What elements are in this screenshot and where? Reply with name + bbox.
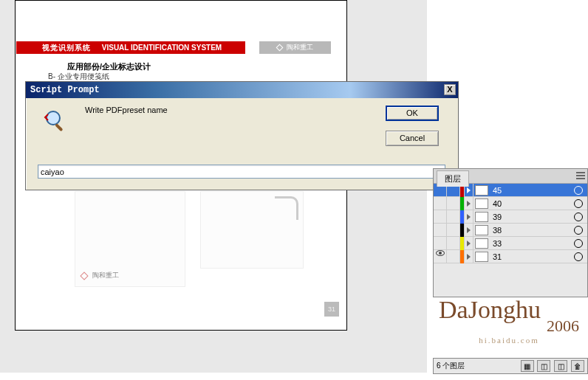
target-ring-icon[interactable] <box>574 252 583 261</box>
delete-layer-button[interactable]: 🗑 <box>571 360 584 372</box>
visibility-toggle[interactable] <box>434 210 447 224</box>
layers-count-label: 6 个图层 <box>437 361 465 371</box>
layer-name: 33 <box>490 239 574 248</box>
svg-point-0 <box>47 111 60 125</box>
section-title: 应用部份/企业标志设计 <box>67 61 151 72</box>
dialog-title: Script Prompt <box>30 85 100 95</box>
target-ring-icon[interactable] <box>574 186 583 195</box>
target-ring-icon[interactable] <box>574 226 583 235</box>
dialog-close-button[interactable]: X <box>444 84 456 95</box>
corner-ornament-icon <box>275 196 298 220</box>
target-ring-icon[interactable] <box>574 199 583 208</box>
lock-toggle[interactable] <box>447 210 460 224</box>
svg-rect-1 <box>55 123 63 131</box>
layer-name: 45 <box>490 186 574 195</box>
envelope-logo: 陶和重工 <box>81 271 119 280</box>
target-ring-icon[interactable] <box>574 239 583 248</box>
cancel-button[interactable]: Cancel <box>386 131 439 146</box>
header-title-en: VISUAL IDENTIFICATION SYSTEM <box>102 44 222 52</box>
new-sublayer-button[interactable]: ▦ <box>521 360 534 372</box>
brand-name: 陶和重工 <box>287 44 313 51</box>
panel-menu-icon[interactable] <box>575 170 586 181</box>
signature-watermark: DaJonghu 2006 hi.baidu.com <box>439 299 579 356</box>
layers-status-buttons: ▦ ◫ ◫ 🗑 <box>519 360 584 372</box>
disclosure-triangle-icon[interactable] <box>465 250 474 263</box>
disclosure-triangle-icon[interactable] <box>465 210 474 224</box>
lock-toggle[interactable] <box>447 197 460 210</box>
logo-diamond-icon <box>80 272 88 280</box>
layer-name: 40 <box>490 199 574 208</box>
layers-list: 454039383331 <box>434 184 587 263</box>
layer-name: 31 <box>490 252 574 261</box>
target-ring-icon[interactable] <box>574 213 583 221</box>
disclosure-triangle-icon[interactable] <box>465 237 474 250</box>
layer-row[interactable]: 31 <box>434 250 587 263</box>
layer-row[interactable]: 39 <box>434 210 587 224</box>
visibility-toggle[interactable] <box>434 237 447 250</box>
layer-row[interactable]: 40 <box>434 197 587 210</box>
page-number-badge: 31 <box>324 302 339 317</box>
header-brand-tab: 陶和重工 <box>259 41 331 54</box>
dialog-body: Write PDFpreset name OK Cancel <box>26 98 458 191</box>
envelope-preview-right <box>200 191 304 269</box>
layer-thumbnail <box>475 185 488 196</box>
visibility-toggle[interactable] <box>434 224 447 237</box>
ok-button[interactable]: OK <box>386 106 439 121</box>
preset-name-input[interactable] <box>38 165 445 179</box>
section-subtitle: B- 企业专用便笺纸 <box>48 72 109 82</box>
layer-thumbnail <box>475 212 488 222</box>
logo-text: 陶和重工 <box>92 272 119 279</box>
header-title-cn: 视觉识别系统 <box>42 44 91 52</box>
dialog-message: Write PDFpreset name <box>85 106 168 114</box>
layer-row[interactable]: 33 <box>434 237 587 250</box>
script-prompt-dialog: Script Prompt X Write PDFpreset name OK … <box>25 81 459 190</box>
script-magnifier-icon <box>44 108 67 132</box>
disclosure-triangle-icon[interactable] <box>465 224 474 237</box>
layers-panel: 图层 454039383331 <box>433 168 588 297</box>
visibility-toggle[interactable] <box>434 197 447 210</box>
layer-thumbnail <box>475 225 488 235</box>
disclosure-triangle-icon[interactable] <box>465 197 474 210</box>
lock-toggle[interactable] <box>447 237 460 250</box>
signature-year: 2006 <box>547 317 579 336</box>
dialog-titlebar[interactable]: Script Prompt X <box>26 82 458 98</box>
signature-url: hi.baidu.com <box>439 336 579 345</box>
layer-thumbnail <box>475 238 488 249</box>
lock-toggle[interactable] <box>447 224 460 237</box>
new-layer-button[interactable]: ◫ <box>537 360 550 372</box>
layer-thumbnail <box>475 252 488 262</box>
header-red-bar: 视觉识别系统 VISUAL IDENTIFICATION SYSTEM <box>16 41 245 54</box>
layers-tabbar: 图层 <box>434 169 587 184</box>
visibility-toggle[interactable] <box>434 250 447 263</box>
lock-toggle[interactable] <box>447 250 460 263</box>
new-layer-2-button[interactable]: ◫ <box>554 360 567 372</box>
layers-status-bar: 6 个图层 ▦ ◫ ◫ 🗑 <box>433 358 588 374</box>
layer-row[interactable]: 38 <box>434 224 587 237</box>
layer-name: 39 <box>490 213 574 221</box>
layer-thumbnail <box>475 198 488 209</box>
layer-name: 38 <box>490 226 574 235</box>
layers-tab[interactable]: 图层 <box>437 170 469 187</box>
brand-diamond-icon <box>276 44 284 52</box>
envelope-preview-left: 陶和重工 <box>75 191 185 287</box>
